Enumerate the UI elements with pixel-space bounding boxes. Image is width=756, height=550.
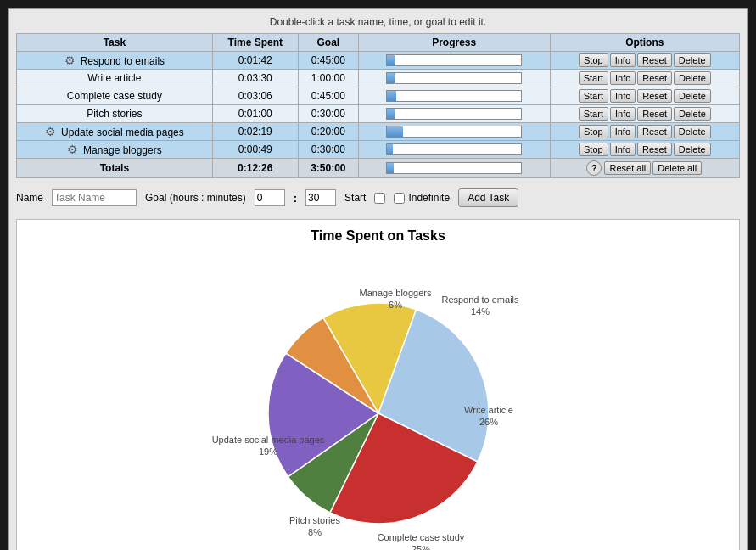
help-button[interactable]: ?: [586, 160, 602, 176]
task-options: StartInfoResetDelete: [550, 105, 739, 123]
task-name-cell[interactable]: Pitch stories: [17, 105, 213, 123]
hint-text: Double-click a task name, time, or goal …: [16, 16, 740, 28]
task-time[interactable]: 0:01:00: [212, 105, 298, 123]
info-button[interactable]: Info: [610, 89, 636, 103]
progress-bar-fill: [387, 55, 395, 65]
tasks-table: Task Time Spent Goal Progress Options ⚙R…: [16, 33, 740, 178]
chart-label-pct: 25%: [411, 544, 429, 550]
start-checkbox[interactable]: [374, 193, 385, 204]
col-goal: Goal: [298, 34, 358, 52]
table-row: Complete case study0:03:060:45:00StartIn…: [17, 87, 740, 105]
delete-button[interactable]: Delete: [674, 125, 711, 138]
chart-label-name: Write article: [464, 405, 513, 415]
totals-options: ?Reset allDelete all: [550, 159, 739, 178]
progress-bar-container: [386, 143, 522, 155]
chart-label-pct: 8%: [308, 527, 322, 537]
table-row: Write article0:03:301:00:00StartInfoRese…: [17, 70, 740, 87]
task-name-cell[interactable]: ⚙Respond to emails: [17, 52, 213, 70]
task-time[interactable]: 0:03:30: [212, 70, 298, 87]
chart-title: Time Spent on Tasks: [25, 228, 731, 244]
add-task-form: Name Goal (hours : minutes) : Start Inde…: [16, 185, 740, 210]
indefinite-checkbox[interactable]: [394, 193, 405, 204]
chart-section: Time Spent on Tasks Respond to emails14%…: [16, 219, 740, 550]
reset-button[interactable]: Reset: [637, 71, 672, 85]
reset-button[interactable]: Reset: [637, 53, 672, 67]
minutes-input[interactable]: [305, 189, 336, 206]
reset-button[interactable]: Reset: [637, 89, 672, 103]
col-task: Task: [17, 34, 213, 52]
gear-icon: ⚙: [67, 143, 78, 156]
chart-label: Complete case study25%: [377, 532, 464, 550]
task-options: StartInfoResetDelete: [550, 87, 739, 105]
task-name-cell[interactable]: ⚙Update social media pages: [17, 123, 213, 141]
reset-button[interactable]: Reset: [637, 107, 672, 121]
delete-button[interactable]: Delete: [674, 143, 711, 156]
start-button[interactable]: Start: [579, 89, 608, 103]
chart-label: Pitch stories8%: [289, 515, 340, 537]
progress-bar-container: [386, 126, 522, 138]
col-time: Time Spent: [212, 34, 298, 52]
progress-bar-container: [386, 90, 522, 102]
stop-button[interactable]: Stop: [579, 53, 608, 67]
task-progress: [358, 123, 550, 141]
col-options: Options: [550, 34, 739, 52]
table-row: Pitch stories0:01:000:30:00StartInfoRese…: [17, 105, 740, 123]
delete-button[interactable]: Delete: [674, 71, 711, 85]
task-time[interactable]: 0:01:42: [212, 52, 298, 70]
info-button[interactable]: Info: [610, 107, 636, 121]
delete-button[interactable]: Delete: [674, 89, 711, 103]
task-goal[interactable]: 0:45:00: [298, 52, 358, 70]
hours-input[interactable]: [255, 189, 285, 206]
task-goal[interactable]: 0:20:00: [298, 123, 358, 141]
task-name-cell[interactable]: ⚙Manage bloggers: [17, 141, 213, 159]
info-button[interactable]: Info: [610, 143, 636, 156]
task-time[interactable]: 0:02:19: [212, 123, 298, 141]
info-button[interactable]: Info: [610, 125, 636, 138]
totals-row: Totals0:12:263:50:00?Reset allDelete all: [17, 159, 740, 178]
task-goal[interactable]: 0:30:00: [298, 105, 358, 123]
add-task-button[interactable]: Add Task: [458, 188, 518, 207]
task-goal[interactable]: 0:45:00: [298, 87, 358, 105]
start-button[interactable]: Start: [579, 107, 608, 121]
task-goal[interactable]: 1:00:00: [298, 70, 358, 87]
reset-button[interactable]: Reset: [637, 125, 672, 138]
task-time[interactable]: 0:03:06: [212, 87, 298, 105]
progress-bar-fill: [387, 109, 395, 119]
task-name-input[interactable]: [52, 189, 137, 206]
reset-button[interactable]: Reset: [637, 143, 672, 156]
task-options: StopInfoResetDelete: [550, 141, 739, 159]
task-name-cell[interactable]: Complete case study: [17, 87, 213, 105]
chart-label-pct: 14%: [470, 306, 489, 317]
chart-label: Respond to emails14%: [441, 295, 519, 317]
start-button[interactable]: Start: [579, 71, 608, 85]
name-label: Name: [16, 192, 43, 204]
gear-icon: ⚙: [45, 125, 56, 138]
totals-goal: 3:50:00: [298, 159, 358, 178]
task-progress: [358, 105, 550, 123]
task-time[interactable]: 0:00:49: [212, 141, 298, 159]
col-progress: Progress: [358, 34, 550, 52]
chart-label-name: Pitch stories: [289, 515, 340, 525]
chart-label-name: Complete case study: [377, 532, 464, 542]
task-progress: [358, 52, 550, 70]
totals-progress: [358, 159, 550, 178]
delete-button[interactable]: Delete: [674, 53, 711, 67]
task-options: StopInfoResetDelete: [550, 52, 739, 70]
info-button[interactable]: Info: [610, 71, 636, 85]
stop-button[interactable]: Stop: [579, 143, 608, 156]
progress-bar-fill: [387, 91, 396, 101]
reset-all-button[interactable]: Reset all: [604, 161, 651, 175]
task-goal[interactable]: 0:30:00: [298, 141, 358, 159]
task-name-cell[interactable]: Write article: [17, 70, 213, 87]
stop-button[interactable]: Stop: [579, 125, 608, 138]
chart-label-pct: 6%: [389, 300, 402, 310]
chart-label-name: Manage bloggers: [359, 288, 432, 298]
chart-label-name: Respond to emails: [441, 295, 519, 305]
totals-time: 0:12:26: [212, 159, 298, 178]
progress-bar-fill: [387, 144, 392, 154]
delete-all-button[interactable]: Delete all: [652, 161, 702, 175]
chart-label-pct: 26%: [479, 417, 497, 427]
info-button[interactable]: Info: [610, 53, 636, 67]
task-name: Manage bloggers: [83, 144, 162, 156]
delete-button[interactable]: Delete: [674, 107, 711, 121]
